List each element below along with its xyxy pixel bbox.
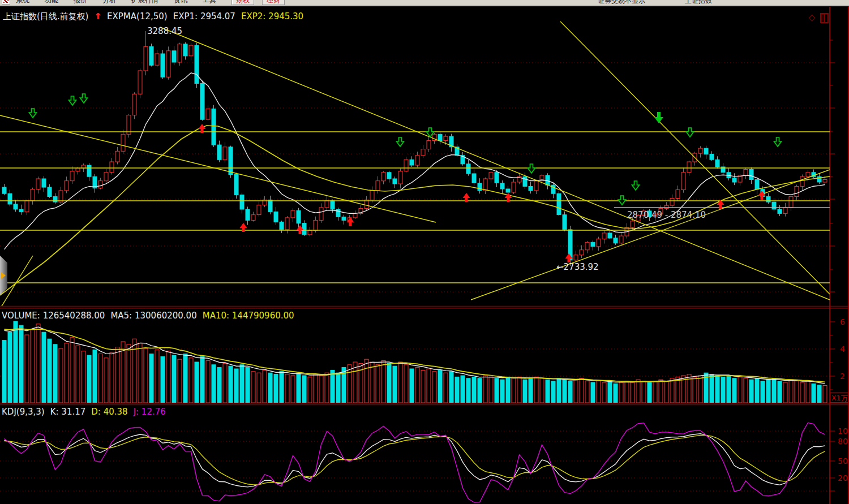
menu-item-1[interactable]: 功能 bbox=[45, 0, 58, 4]
indicator-name[interactable]: EXPMA(12,50) bbox=[107, 11, 168, 21]
kdj-header: KDJ(9,3,3)K: 31.17D: 40.38J: 12.76 bbox=[2, 407, 171, 417]
volume-ma10-value: MA10: 144790960.00 bbox=[203, 311, 294, 321]
exp1-value: EXP1: 2954.07 bbox=[173, 11, 235, 21]
kdj-indicator-name[interactable]: KDJ(9,3,3) bbox=[2, 407, 45, 417]
up-arrow-icon: ↑ bbox=[94, 11, 101, 21]
main-chart-header: 上证指数(日线.前复权)↑EXPMA(12,50)EXP1: 2954.07EX… bbox=[3, 11, 309, 22]
diamond-icon[interactable]: ◇ bbox=[808, 12, 815, 23]
svg-text:6: 6 bbox=[840, 317, 845, 326]
svg-text:2: 2 bbox=[840, 372, 845, 381]
menu-item-7[interactable]: 期权 bbox=[231, 0, 254, 5]
restore-window-icon[interactable] bbox=[820, 13, 829, 23]
svg-text:50: 50 bbox=[838, 456, 848, 466]
menu-item-6[interactable]: 工具 bbox=[203, 0, 216, 4]
menu-item-8[interactable]: 理财 bbox=[262, 0, 285, 5]
price-volume-kdj-canvas[interactable]: 3288.452870.49 - 2874.10←2733.92642X1万10… bbox=[0, 0, 849, 504]
svg-text:←2733.92: ←2733.92 bbox=[556, 262, 599, 272]
svg-text:80: 80 bbox=[838, 437, 848, 446]
svg-text:2870.49 - 2874.10: 2870.49 - 2874.10 bbox=[627, 210, 706, 220]
volume-ma5-value: MA5: 130060200.00 bbox=[110, 311, 196, 321]
svg-text:3288.45: 3288.45 bbox=[147, 26, 182, 36]
expand-arrow-icon bbox=[1, 272, 6, 279]
menu-item-3[interactable]: 分析 bbox=[102, 0, 116, 4]
kdj-j-value: J: 12.76 bbox=[134, 407, 166, 417]
volume-value: VOLUME: 126540288.00 bbox=[2, 311, 105, 321]
exp2-value: EXP2: 2945.30 bbox=[241, 11, 303, 21]
menu-item-0[interactable]: 系统 bbox=[16, 0, 29, 4]
menu-bar: 系统功能报价分析扩展行情资讯工具期权理财 证券交易不显示 上证指数 bbox=[0, 0, 849, 6]
svg-text:4: 4 bbox=[840, 344, 845, 354]
menu-item-4[interactable]: 扩展行情 bbox=[131, 0, 158, 4]
svg-text:100: 100 bbox=[838, 427, 849, 436]
menu-right-status: 证券交易不显示 bbox=[598, 0, 645, 6]
menu-item-5[interactable]: 资讯 bbox=[174, 0, 187, 4]
app-logo-icon[interactable] bbox=[2, 0, 10, 5]
kdj-k-value: K: 31.17 bbox=[50, 407, 86, 417]
volume-header: VOLUME: 126540288.00MA5: 130060200.00MA1… bbox=[2, 311, 300, 321]
menu-right-index[interactable]: 上证指数 bbox=[685, 0, 712, 6]
menu-item-2[interactable]: 报价 bbox=[74, 0, 87, 4]
svg-text:X1万: X1万 bbox=[831, 394, 848, 402]
app-window: 3288.452870.49 - 2874.10←2733.92642X1万10… bbox=[0, 0, 849, 504]
kdj-d-value: D: 40.38 bbox=[91, 407, 127, 417]
chart-title: 上证指数(日线.前复权) bbox=[3, 11, 88, 21]
menu-items: 系统功能报价分析扩展行情资讯工具期权理财 bbox=[16, 0, 293, 5]
svg-text:20: 20 bbox=[838, 473, 848, 483]
